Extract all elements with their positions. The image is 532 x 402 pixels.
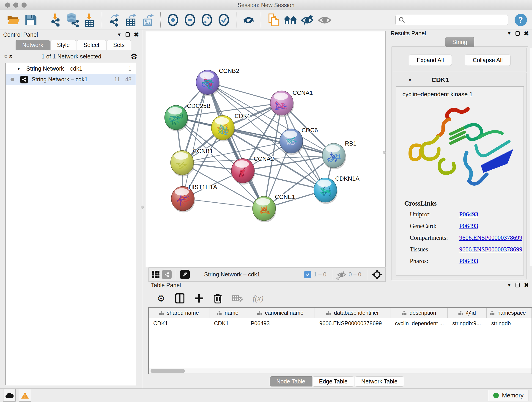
- network-node[interactable]: CDKN1A: [314, 175, 360, 204]
- table-cell[interactable]: 9606.ENSP00000378699: [315, 318, 390, 328]
- hide-labels-button[interactable]: [301, 12, 315, 28]
- table-cell[interactable]: P06493: [246, 318, 315, 328]
- import-network-database-button[interactable]: [65, 12, 80, 28]
- network-node[interactable]: CCNE1: [253, 193, 295, 222]
- table-cell[interactable]: stringdb:9...: [448, 318, 487, 328]
- tab-style[interactable]: Style: [51, 40, 76, 50]
- collapse-all-button[interactable]: Collapse All: [465, 55, 511, 66]
- copy-document-button[interactable]: [266, 12, 280, 28]
- show-hide-button[interactable]: [317, 12, 332, 28]
- fit-content-button[interactable]: [200, 12, 214, 28]
- gene-details: cyclin–dependent kinase 1: [396, 86, 524, 275]
- tree-expand-icon[interactable]: ▼: [17, 66, 21, 71]
- add-column-icon[interactable]: [195, 294, 204, 303]
- column-header[interactable]: canonical name: [246, 308, 315, 318]
- column-header[interactable]: name: [209, 308, 246, 318]
- scrollbar-thumb[interactable]: [151, 369, 185, 373]
- collapse-panel-icon[interactable]: ▼: [117, 32, 121, 37]
- collapse-panel-icon[interactable]: ▼: [507, 31, 511, 36]
- grid-view-icon[interactable]: [152, 271, 160, 279]
- tab-network-table[interactable]: Network Table: [355, 376, 404, 387]
- float-panel-icon[interactable]: [515, 283, 520, 287]
- birds-eye-view-icon[interactable]: [372, 269, 382, 280]
- results-scrollbar[interactable]: [530, 48, 532, 266]
- close-panel-icon[interactable]: ✖: [134, 32, 139, 38]
- tab-sets[interactable]: Sets: [107, 40, 131, 50]
- selected-checkbox-icon[interactable]: [304, 271, 311, 278]
- table-cell[interactable]: cyclin–dependent ...: [390, 318, 448, 328]
- help-button[interactable]: ?: [515, 14, 527, 26]
- float-panel-icon[interactable]: [515, 31, 520, 36]
- zoom-out-button[interactable]: [183, 12, 197, 28]
- tab-network[interactable]: Network: [16, 40, 50, 50]
- warnings-button[interactable]: [19, 389, 31, 402]
- expand-all-button[interactable]: Expand All: [409, 55, 452, 66]
- gene-header[interactable]: ▼ CDK1: [393, 73, 526, 86]
- close-window-button[interactable]: [5, 2, 10, 7]
- gene-collapse-icon[interactable]: ▼: [408, 77, 412, 83]
- export-image-button[interactable]: [141, 12, 155, 28]
- table-cell[interactable]: stringdb: [487, 318, 529, 328]
- string-home-button[interactable]: [283, 12, 298, 28]
- table-options-gear-icon[interactable]: ⚙: [157, 293, 165, 304]
- splitter-handle[interactable]: [141, 206, 144, 209]
- network-node[interactable]: CCNB1: [171, 148, 213, 177]
- export-network-button[interactable]: [107, 12, 121, 28]
- cloud-status-button[interactable]: [3, 389, 16, 402]
- save-session-button[interactable]: [23, 12, 38, 28]
- table-cell[interactable]: CDK1: [149, 318, 209, 328]
- zoom-selected-button[interactable]: [217, 12, 231, 28]
- close-panel-icon[interactable]: ✖: [524, 282, 529, 288]
- collapse-all-networks-icon[interactable]: »: [6, 55, 14, 58]
- table-cell[interactable]: CDK1: [209, 318, 246, 328]
- zoom-in-button[interactable]: [166, 12, 180, 28]
- import-network-file-button[interactable]: [48, 12, 62, 28]
- search-input[interactable]: [407, 17, 505, 23]
- memory-button[interactable]: Memory: [488, 390, 529, 401]
- network-row[interactable]: String Network – cdk1 11 48: [6, 74, 136, 85]
- table-horizontal-scrollbar[interactable]: [149, 368, 532, 374]
- genecard-link[interactable]: P06493: [459, 223, 478, 230]
- export-table-button[interactable]: [124, 12, 138, 28]
- network-node[interactable]: HIST1H1A: [171, 184, 217, 212]
- delete-column-icon[interactable]: [214, 293, 222, 303]
- open-in-browser-icon[interactable]: [180, 270, 190, 279]
- show-columns-icon[interactable]: [175, 293, 184, 303]
- network-edge[interactable]: [183, 82, 208, 198]
- network-options-gear-icon[interactable]: ⚙: [131, 52, 138, 61]
- splitter-handle[interactable]: [383, 151, 386, 154]
- network-node[interactable]: CCNA2: [231, 155, 274, 185]
- network-collection-row[interactable]: ▼ String Network – cdk1 1: [6, 63, 136, 74]
- open-session-button[interactable]: [6, 12, 21, 28]
- pharos-link[interactable]: P06493: [459, 258, 478, 265]
- tab-select[interactable]: Select: [77, 40, 106, 50]
- tab-edge-table[interactable]: Edge Table: [312, 376, 354, 387]
- network-node[interactable]: CDK1: [211, 113, 250, 141]
- column-header[interactable]: description: [390, 308, 448, 318]
- apply-layout-button[interactable]: [241, 12, 256, 28]
- toolbar-search[interactable]: [395, 15, 508, 25]
- column-header[interactable]: @id: [448, 308, 487, 318]
- float-panel-icon[interactable]: [126, 32, 130, 37]
- network-graph[interactable]: CCNB2CCNA1CDC25BCDK1CDC6RB1CCNB1CCNA2CDK…: [146, 32, 385, 267]
- network-canvas[interactable]: CCNB2CCNA1CDC25BCDK1CDC6RB1CCNB1CCNA2CDK…: [146, 31, 386, 267]
- collapse-panel-icon[interactable]: ▼: [507, 283, 511, 288]
- splitter-handle[interactable]: [336, 277, 339, 280]
- column-header[interactable]: namespace: [487, 308, 529, 318]
- tissues-link[interactable]: 9606.ENSP00000378699: [459, 246, 522, 253]
- network-edge[interactable]: [243, 171, 325, 190]
- minimize-window-button[interactable]: [13, 2, 18, 7]
- compartments-link[interactable]: 9606.ENSP00000378699: [459, 234, 522, 241]
- tab-node-table[interactable]: Node Table: [270, 376, 312, 387]
- import-table-file-button[interactable]: [82, 12, 97, 28]
- network-share-icon[interactable]: [162, 270, 172, 279]
- tab-string[interactable]: String: [445, 37, 474, 47]
- zoom-window-button[interactable]: [22, 2, 27, 7]
- attribute-tree-icon: [257, 311, 262, 315]
- table-row[interactable]: CDK1CDK1P064939606.ENSP00000378699cyclin…: [149, 318, 532, 328]
- uniprot-link[interactable]: P06493: [459, 211, 478, 218]
- column-header[interactable]: database identifier: [315, 308, 390, 318]
- close-panel-icon[interactable]: ✖: [524, 31, 529, 36]
- column-header[interactable]: shared name: [149, 308, 209, 318]
- network-node[interactable]: RB1: [322, 140, 356, 169]
